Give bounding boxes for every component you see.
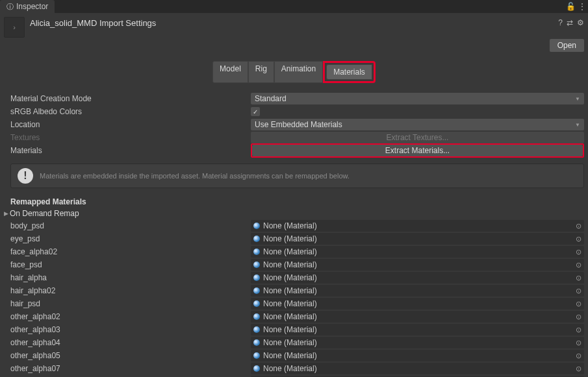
material-icon [253, 261, 260, 268]
material-object-field[interactable]: None (Material)⊙ [251, 311, 584, 322]
inspector-tab[interactable]: ⓘ Inspector [0, 0, 55, 13]
object-picker-icon[interactable]: ⊙ [576, 365, 582, 373]
tab-materials[interactable]: Materials [326, 64, 372, 80]
material-row: hair_alphaNone (Material)⊙ [10, 271, 584, 284]
row-textures: Textures Extract Textures... [10, 131, 584, 144]
row-material-creation-mode: Material Creation Mode Standard ▼ [10, 92, 584, 105]
material-icon [253, 249, 260, 255]
material-name: other_alpha04 [10, 338, 251, 347]
material-name: other_alpha03 [10, 325, 251, 334]
material-value: None (Material) [263, 351, 317, 360]
label-textures: Textures [10, 133, 251, 142]
window-tabbar: ⓘ Inspector 🔓 ⋮ [0, 0, 588, 13]
dropdown-value: Use Embedded Materials [255, 120, 342, 129]
dropdown-location[interactable]: Use Embedded Materials ▼ [251, 119, 584, 130]
material-icon [253, 236, 260, 242]
material-name: other_alpha02 [10, 312, 251, 321]
material-name: face_alpha02 [10, 247, 251, 256]
preset-icon[interactable]: ⇄ [567, 18, 573, 27]
material-row: other_alpha03None (Material)⊙ [10, 323, 584, 336]
material-row: hair_alpha02None (Material)⊙ [10, 284, 584, 297]
import-subtabs: Model Rig Animation Materials [0, 61, 588, 83]
open-button[interactable]: Open [550, 39, 584, 52]
row-materials: Materials Extract Materials... [10, 144, 584, 157]
triangle-right-icon: ▶ [4, 210, 8, 217]
asset-title: Alicia_solid_MMD Import Settings [30, 17, 558, 28]
material-value: None (Material) [263, 299, 317, 308]
ondemand-label: On Demand Remap [10, 209, 79, 218]
material-object-field[interactable]: None (Material)⊙ [251, 285, 584, 297]
material-value: None (Material) [263, 312, 317, 321]
material-object-field[interactable]: None (Material)⊙ [251, 259, 584, 271]
material-value: None (Material) [263, 273, 317, 282]
ondemand-foldout[interactable]: ▶ On Demand Remap [0, 208, 588, 219]
material-value: None (Material) [263, 221, 317, 230]
lock-icon[interactable]: 🔓 [565, 0, 576, 13]
row-srgb-albedo: sRGB Albedo Colors ✓ [10, 105, 584, 118]
tab-animation[interactable]: Animation [274, 61, 323, 83]
material-object-field[interactable]: None (Material)⊙ [251, 298, 584, 310]
object-picker-icon[interactable]: ⊙ [576, 339, 582, 347]
material-icon [253, 274, 260, 281]
object-picker-icon[interactable]: ⊙ [576, 235, 582, 243]
material-value: None (Material) [263, 247, 317, 256]
material-object-field[interactable]: None (Material)⊙ [251, 350, 584, 361]
chevron-down-icon: ▼ [575, 96, 580, 102]
gear-icon[interactable]: ⚙ [577, 18, 584, 27]
material-object-field[interactable]: None (Material)⊙ [251, 246, 584, 258]
object-picker-icon[interactable]: ⊙ [576, 261, 582, 269]
material-value: None (Material) [263, 325, 317, 334]
dropdown-material-creation-mode[interactable]: Standard ▼ [251, 93, 584, 104]
label-materials: Materials [10, 146, 251, 155]
material-name: hair_alpha02 [10, 286, 251, 295]
material-object-field[interactable]: None (Material)⊙ [251, 233, 584, 245]
material-name: other_alpha05 [10, 351, 251, 360]
material-value: None (Material) [263, 286, 317, 295]
material-row: hair_psdNone (Material)⊙ [10, 297, 584, 310]
material-object-field[interactable]: None (Material)⊙ [251, 220, 584, 232]
material-icon [253, 300, 260, 307]
material-icon [253, 365, 260, 372]
object-picker-icon[interactable]: ⊙ [576, 352, 582, 360]
material-name: other_alpha07 [10, 364, 251, 373]
material-icon [253, 287, 260, 294]
asset-header: › Alicia_solid_MMD Import Settings ? ⇄ ⚙ [0, 13, 588, 39]
object-picker-icon[interactable]: ⊙ [576, 274, 582, 282]
dropdown-value: Standard [255, 94, 287, 103]
material-object-field[interactable]: None (Material)⊙ [251, 272, 584, 284]
material-object-field[interactable]: None (Material)⊙ [251, 337, 584, 348]
material-object-field[interactable]: None (Material)⊙ [251, 363, 584, 374]
kebab-menu-icon[interactable]: ⋮ [576, 0, 588, 13]
material-row: other_alpha05None (Material)⊙ [10, 349, 584, 362]
object-picker-icon[interactable]: ⊙ [576, 248, 582, 256]
object-picker-icon[interactable]: ⊙ [576, 326, 582, 334]
info-icon: ⓘ [6, 2, 14, 12]
extract-materials-button[interactable]: Extract Materials... [252, 145, 583, 156]
chevron-down-icon: ▼ [575, 122, 580, 128]
material-name: hair_psd [10, 299, 251, 308]
material-icon [253, 223, 260, 229]
object-picker-icon[interactable]: ⊙ [576, 300, 582, 308]
label-material-creation-mode: Material Creation Mode [10, 94, 251, 103]
info-callout: ! Materials are embedded inside the impo… [10, 164, 584, 188]
material-row: body_psdNone (Material)⊙ [10, 219, 584, 232]
material-row: face_psdNone (Material)⊙ [10, 258, 584, 271]
tab-rig[interactable]: Rig [248, 61, 274, 83]
object-picker-icon[interactable]: ⊙ [576, 287, 582, 295]
help-icon[interactable]: ? [558, 18, 563, 27]
material-value: None (Material) [263, 260, 317, 269]
material-object-field[interactable]: None (Material)⊙ [251, 324, 584, 335]
material-name: hair_alpha [10, 273, 251, 282]
object-picker-icon[interactable]: ⊙ [576, 313, 582, 321]
material-name: face_psd [10, 260, 251, 269]
checkbox-srgb-albedo[interactable]: ✓ [251, 107, 260, 116]
inspector-tab-label: Inspector [16, 2, 48, 11]
material-row: face_alpha02None (Material)⊙ [10, 245, 584, 258]
extract-textures-button: Extract Textures... [251, 132, 584, 143]
highlight-materials-tab: Materials [323, 61, 376, 83]
material-row: eye_psdNone (Material)⊙ [10, 232, 584, 245]
material-list: body_psdNone (Material)⊙eye_psdNone (Mat… [0, 219, 588, 377]
object-picker-icon[interactable]: ⊙ [576, 222, 582, 230]
tab-model[interactable]: Model [212, 61, 248, 83]
material-row: other_alpha07None (Material)⊙ [10, 362, 584, 375]
